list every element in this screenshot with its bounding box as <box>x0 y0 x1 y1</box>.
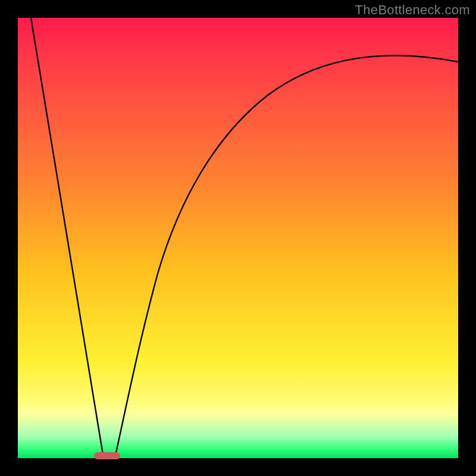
min-marker <box>94 452 120 459</box>
curve-right-branch <box>115 55 458 458</box>
plot-area <box>18 18 458 458</box>
chart-frame: TheBottleneck.com <box>0 0 476 476</box>
watermark-text: TheBottleneck.com <box>355 2 470 18</box>
curve-left-branch <box>31 18 104 458</box>
bottleneck-curve <box>18 18 458 458</box>
